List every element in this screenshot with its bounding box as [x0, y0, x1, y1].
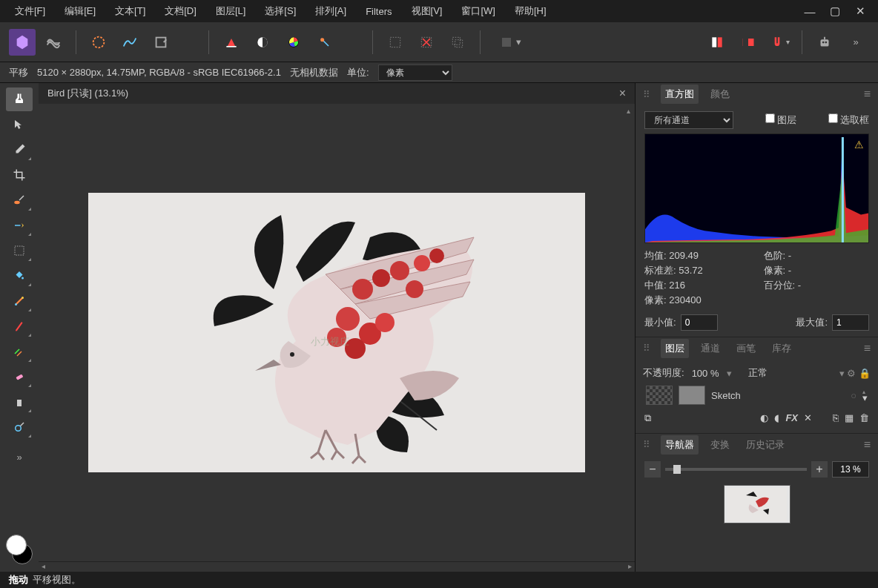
close-button[interactable]: ✕: [854, 5, 866, 17]
auto-levels-button[interactable]: [218, 29, 245, 56]
menu-text[interactable]: 文本[T]: [106, 1, 154, 21]
selection-subtract-button[interactable]: [413, 29, 440, 56]
navigator-preview[interactable]: [724, 485, 790, 523]
panel-grip-icon[interactable]: ⠿: [643, 343, 650, 354]
horizontal-scrollbar[interactable]: ◂ ▸: [39, 561, 635, 572]
paint-brush-tool[interactable]: [6, 314, 33, 338]
panel-grip-icon[interactable]: ⠿: [643, 439, 650, 450]
trash-icon[interactable]: 🗑: [859, 412, 869, 424]
persona-develop-button[interactable]: [85, 29, 112, 56]
tab-channels[interactable]: 通道: [696, 339, 724, 358]
arrange-button[interactable]: [704, 29, 730, 56]
vertical-scrollbar[interactable]: ▴: [624, 104, 635, 561]
marquee-tool[interactable]: [6, 239, 33, 262]
menu-help[interactable]: 帮助[H]: [506, 1, 555, 21]
menu-view[interactable]: 视图[V]: [403, 1, 452, 21]
view-tool[interactable]: [6, 87, 33, 111]
persona-tonemap-button[interactable]: [116, 29, 143, 56]
auto-whitebalance-button[interactable]: [311, 29, 338, 56]
unit-select[interactable]: 像素: [378, 65, 452, 81]
adjustment-icon[interactable]: ◐: [760, 412, 768, 424]
svg-rect-9: [455, 39, 463, 47]
layers-panel-tabs: ⠿ 图层 通道 画笔 库存 ≡: [636, 337, 878, 359]
menu-layer[interactable]: 图层[L]: [207, 1, 254, 21]
mask-icon[interactable]: ◖: [774, 412, 779, 424]
opacity-value[interactable]: 100 %: [692, 368, 719, 379]
histogram-channel-select[interactable]: 所有通道: [644, 111, 733, 129]
layer-group-icon[interactable]: ⧉: [644, 412, 651, 424]
tools-overflow-button[interactable]: »: [6, 445, 33, 469]
delete-fx-icon[interactable]: ✕: [804, 412, 812, 424]
histogram-layer-checkbox[interactable]: 图层: [765, 113, 796, 127]
assistant-button[interactable]: [811, 29, 838, 56]
menu-file[interactable]: 文件[F]: [6, 1, 54, 21]
selection-intersect-button[interactable]: [444, 29, 471, 56]
persona-export-button[interactable]: [148, 29, 174, 56]
tool-name-label: 平移: [9, 66, 28, 79]
layer-thumb[interactable]: [679, 386, 705, 405]
clone-tool[interactable]: [6, 390, 33, 414]
flood-select-tool[interactable]: [6, 214, 33, 237]
toggle-ui-button[interactable]: [735, 29, 762, 56]
panel-menu-icon[interactable]: ≡: [864, 87, 871, 101]
selection-brush-tool[interactable]: [6, 188, 33, 212]
flood-fill-tool[interactable]: [6, 264, 33, 288]
document-close-button[interactable]: ×: [619, 87, 626, 100]
zoom-out-button[interactable]: −: [644, 461, 661, 478]
persona-liquify-button[interactable]: [40, 29, 67, 56]
histogram-selection-checkbox[interactable]: 选取框: [828, 113, 869, 127]
layer-name[interactable]: Sketch: [711, 390, 741, 401]
dodge-tool[interactable]: [6, 415, 33, 439]
toolbar-overflow-button[interactable]: »: [842, 29, 869, 56]
tab-navigator[interactable]: 导航器: [661, 435, 699, 455]
histogram-min-input[interactable]: [681, 314, 718, 331]
auto-contrast-button[interactable]: [249, 29, 276, 56]
fx-icon[interactable]: FX: [785, 412, 798, 424]
tab-layers[interactable]: 图层: [661, 339, 689, 358]
paint-mixer-tool[interactable]: [6, 340, 33, 363]
color-swatches[interactable]: [4, 535, 34, 564]
erase-tool[interactable]: [6, 365, 33, 389]
histogram-max-input[interactable]: [832, 314, 869, 331]
minimize-button[interactable]: —: [804, 5, 816, 17]
selection-add-button[interactable]: [382, 29, 409, 56]
layer-row[interactable]: Sketch ○ ▴▾: [643, 383, 871, 408]
canvas-viewport[interactable]: 小力视庄 ▴: [39, 104, 635, 561]
tab-transform[interactable]: 变换: [706, 435, 734, 455]
color-picker-tool[interactable]: [6, 138, 33, 162]
document-tab[interactable]: Bird [只读] (13.1%): [47, 87, 619, 100]
tab-stock[interactable]: 库存: [768, 339, 796, 358]
panel-grip-icon[interactable]: ⠿: [643, 89, 650, 100]
layer-mask-thumb[interactable]: [646, 386, 673, 405]
menu-edit[interactable]: 编辑[E]: [56, 1, 105, 21]
foreground-color-swatch[interactable]: [6, 535, 27, 555]
zoom-slider[interactable]: [665, 468, 807, 471]
svg-point-36: [375, 313, 395, 332]
maximize-button[interactable]: ▢: [829, 5, 841, 17]
blend-mode-select[interactable]: 正常: [748, 366, 768, 380]
quickmask-dropdown[interactable]: ▾: [489, 29, 531, 56]
move-tool[interactable]: [6, 113, 33, 136]
panel-menu-icon[interactable]: ≡: [864, 438, 871, 452]
menu-arrange[interactable]: 排列[A]: [306, 1, 355, 21]
auto-colors-button[interactable]: [280, 29, 307, 56]
zoom-in-button[interactable]: +: [811, 461, 828, 478]
menu-window[interactable]: 窗口[W]: [452, 1, 504, 21]
tab-color[interactable]: 颜色: [706, 85, 734, 104]
merge-icon[interactable]: ▦: [845, 412, 854, 424]
zoom-value-input[interactable]: 13 %: [832, 461, 869, 478]
menu-filters[interactable]: Filters: [357, 3, 400, 20]
crop-tool[interactable]: [6, 163, 33, 187]
duplicate-icon[interactable]: ⎘: [833, 412, 839, 424]
tab-history[interactable]: 历史记录: [742, 435, 789, 455]
panel-menu-icon[interactable]: ≡: [864, 342, 871, 355]
gradient-tool[interactable]: [6, 289, 33, 313]
tab-histogram[interactable]: 直方图: [661, 85, 699, 104]
snapping-button[interactable]: ▾: [766, 29, 793, 56]
opacity-label: 不透明度:: [643, 366, 684, 380]
svg-point-31: [414, 255, 430, 271]
tab-brushes[interactable]: 画笔: [732, 339, 760, 358]
menu-select[interactable]: 选择[S]: [256, 1, 305, 21]
persona-photo-button[interactable]: [9, 29, 36, 56]
menu-document[interactable]: 文档[D]: [156, 1, 205, 21]
